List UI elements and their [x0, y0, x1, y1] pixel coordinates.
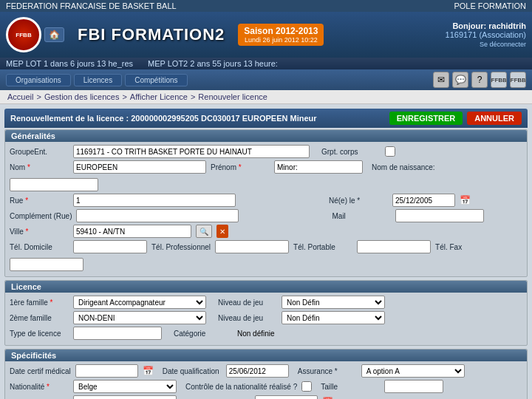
season-box: Saison 2012-2013 Lundi 26 juin 2012 10:2… [238, 24, 324, 46]
nav-bar: Organisations Licences Compétitions ✉ 💬 … [0, 69, 532, 90]
help-icon-btn[interactable]: ? [471, 72, 488, 88]
nav-organisations[interactable]: Organisations [6, 74, 71, 86]
famille2-label: 2ème famille [10, 314, 69, 322]
specificites-header: Spécificités [5, 349, 527, 361]
ville-clear-button[interactable]: ✕ [216, 225, 228, 238]
surclassement-select[interactable]: Non référencé [73, 395, 177, 399]
nav-licences[interactable]: Licences [74, 74, 122, 86]
app-title: FBI FORMATION2 [78, 25, 225, 44]
breadcrumb: Accueil > Gestion des licences > Affiche… [0, 90, 532, 104]
ville-input[interactable] [73, 225, 191, 238]
ne-le-label: Né(e) le * [329, 197, 388, 205]
famille2-select[interactable]: NON-DENI [73, 311, 206, 324]
annuler-button-top[interactable]: ANNULER [467, 112, 522, 125]
ffbb-text: 🏠 [44, 27, 64, 42]
nom-naissance-label: Nom de naissance: [372, 163, 435, 171]
pole-formation: POLE FORMATION [454, 1, 526, 10]
famille1-select[interactable]: Dirigeant Accompagnateur [73, 296, 206, 309]
ne-le-calendar-icon[interactable]: 📅 [460, 195, 471, 205]
prenom-input[interactable] [274, 160, 363, 174]
niv-jeu2-select[interactable]: Non Défin [282, 311, 385, 324]
season-title: Saison 2012-2013 [244, 26, 318, 36]
licence-section: Licence 1ère famille Dirigeant Accompagn… [4, 280, 528, 346]
taille-input[interactable] [384, 380, 443, 393]
niv-jeu1-label: Niveau de jeu [218, 299, 277, 307]
nav-competitions[interactable]: Compétitions [125, 74, 187, 86]
renewal-title: Renouvellement de la licence : 200000002… [10, 114, 317, 123]
breadcrumb-gestion[interactable]: Gestion des licences [44, 92, 120, 101]
nationalite-row: Nationalité Belge Contrôle de la nationa… [10, 380, 522, 393]
nom-naissance-input[interactable] [10, 178, 98, 191]
rue-label: Rue [10, 197, 69, 205]
mep-lot2: MEP LOT2 2 ans 55 jours 13 heure: [148, 59, 278, 68]
nom-label: Nom [10, 163, 69, 171]
grpt-corps-checkbox[interactable] [385, 146, 395, 157]
complement-input[interactable] [76, 209, 239, 222]
tel-row: Tél. Domicile Tél. Professionnel Tél. Po… [10, 240, 522, 271]
tel-pro-input[interactable] [215, 240, 289, 253]
top-bar: FEDERATION FRANCAISE DE BASKET BALL POLE… [0, 0, 532, 12]
main-content: Renouvellement de la licence : 200000002… [0, 104, 532, 399]
date-surcl-input[interactable] [255, 395, 318, 399]
breadcrumb-accueil[interactable]: Accueil [7, 92, 33, 101]
assurance-select[interactable]: A option A [361, 364, 465, 378]
type-licence-row: Type de licence Catégorie Non définie [10, 327, 522, 340]
complement-row: Complément (Rue) Mail [10, 209, 522, 222]
ville-label: Ville [10, 228, 69, 236]
ffbb-logo-small2: FFBB [510, 72, 526, 88]
user-id: 1169171 (Association) [446, 30, 526, 39]
famille1-row: 1ère famille Dirigeant Accompagnateur Ni… [10, 296, 522, 309]
date-qualif-label: Date qualification [163, 367, 222, 375]
tel-portable-input[interactable] [357, 240, 431, 253]
prenom-label: Prénom [211, 163, 270, 171]
date-certif-label: Date certif médical [10, 367, 71, 375]
breadcrumb-afficher[interactable]: Afficher Licence [130, 92, 188, 101]
ville-search-button[interactable]: 🔍 [196, 225, 212, 238]
certif-cal-icon[interactable]: 📅 [143, 366, 154, 376]
nationalite-label: Nationalité [10, 383, 69, 391]
rue-input[interactable] [73, 194, 236, 207]
taille-label: Taille [321, 383, 380, 391]
licence-header: Licence [5, 281, 527, 293]
date-certif-input[interactable] [75, 364, 138, 378]
controle-nat-checkbox[interactable] [301, 381, 312, 392]
ne-le-input[interactable] [392, 194, 455, 207]
mail-icon-btn[interactable]: ✉ [433, 72, 449, 88]
nationalite-select[interactable]: Belge [73, 380, 177, 393]
categorie-value: Non définie [237, 330, 275, 338]
mail-label: Mail [332, 212, 391, 220]
tel-pro-label: Tél. Professionnel [151, 243, 211, 251]
chat-icon-btn[interactable]: 💬 [452, 72, 468, 88]
ffbb-logo: FFBB [6, 17, 41, 52]
mail-input[interactable] [395, 209, 484, 222]
date-qualif-input[interactable] [226, 364, 289, 378]
niv-jeu2-label: Niveau de jeu [218, 314, 277, 322]
famille2-row: 2ème famille NON-DENI Niveau de jeu Non … [10, 311, 522, 324]
grpt-corps-label: Grpt. corps [321, 148, 381, 156]
tel-portable-label: Tél. Portable [293, 243, 352, 251]
controle-nat-label: Contrôle de la nationalité réalisé ? [185, 383, 297, 391]
ville-row: Ville 🔍 ✕ [10, 225, 522, 238]
breadcrumb-current: Renouveler licence [198, 92, 267, 101]
assurance-label: Assurance * [298, 367, 357, 375]
home-button[interactable]: 🏠 [44, 27, 64, 42]
tel-fax-label: Tél. Fax [435, 243, 494, 251]
rue-row: Rue Né(e) le * 📅 [10, 194, 522, 207]
ffbb-logo-small: FFBB [491, 72, 507, 88]
generalites-header: Généralités [5, 130, 527, 142]
nom-input[interactable] [73, 160, 206, 174]
type-licence-label: Type de licence [10, 330, 69, 338]
generalites-section: Généralités GroupeEnt. Grpt. corps Nom P… [4, 129, 528, 277]
surclassement-row: Surclassement Non référencé Date surclas… [10, 395, 522, 399]
disconnect-link[interactable]: Se déconnecter [480, 41, 526, 48]
niv-jeu1-select[interactable]: Non Défin [282, 296, 385, 309]
enregistrer-button-top[interactable]: ENREGISTRER [389, 112, 463, 125]
tel-domicile-label: Tél. Domicile [10, 243, 69, 251]
tel-fax-input[interactable] [10, 258, 83, 271]
groupement-input[interactable] [73, 145, 310, 158]
type-licence-input[interactable] [73, 327, 162, 340]
tel-domicile-input[interactable] [73, 240, 147, 253]
mep-lot1: MEP LOT 1 dans 6 jours 13 he_res [6, 59, 133, 68]
header: FFBB 🏠 FBI FORMATION2 Saison 2012-2013 L… [0, 12, 532, 58]
specificites-section: Spécificités Date certif médical 📅 Date … [4, 349, 528, 399]
